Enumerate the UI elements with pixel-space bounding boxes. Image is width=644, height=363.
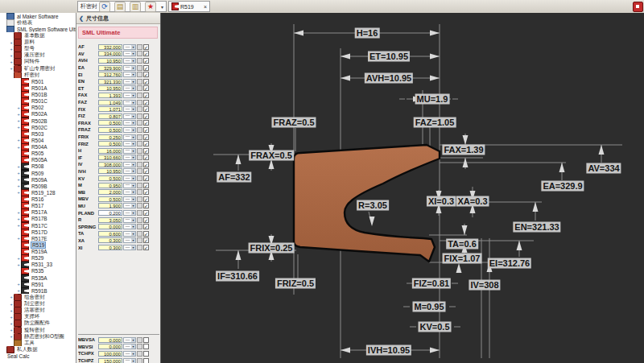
- param-checkbox[interactable]: ✓: [143, 162, 149, 167]
- tree-item[interactable]: +防尘圈配件: [0, 320, 76, 327]
- tab-r519[interactable]: R519 ×: [168, 1, 210, 12]
- tree-item[interactable]: +R504A: [0, 144, 76, 151]
- param-unit-combo[interactable]: —▾: [123, 237, 136, 243]
- tree-item[interactable]: SML System Software Ultimate: [0, 26, 76, 32]
- tree-item[interactable]: +R591: [0, 281, 76, 287]
- param-unit-combo[interactable]: —▾: [123, 337, 136, 343]
- chevron-down-icon[interactable]: ▾: [131, 184, 135, 188]
- param-options-button[interactable]: [137, 224, 142, 229]
- param-options-button[interactable]: [137, 210, 142, 216]
- param-value-input[interactable]: 0.200: [98, 210, 122, 216]
- param-unit-combo[interactable]: —▾: [123, 162, 136, 167]
- tree-expander[interactable]: +: [16, 125, 21, 130]
- tree-item[interactable]: +刮尘密封: [0, 301, 76, 307]
- tree-item[interactable]: +型号: [0, 46, 76, 52]
- param-options-button[interactable]: [137, 189, 142, 195]
- param-value-input[interactable]: 0.300: [98, 245, 122, 250]
- chevron-down-icon[interactable]: ▾: [131, 225, 135, 229]
- param-options-button[interactable]: [137, 72, 142, 77]
- param-options-button[interactable]: [137, 358, 142, 363]
- param-value-input[interactable]: 0.500: [98, 196, 122, 202]
- param-value-input[interactable]: 0.500: [98, 120, 122, 126]
- param-options-button[interactable]: [137, 100, 142, 105]
- tree-item[interactable]: 价格表: [0, 19, 76, 26]
- chevron-down-icon[interactable]: ▾: [131, 93, 135, 97]
- param-checkbox[interactable]: ✓: [143, 237, 149, 243]
- param-options-button[interactable]: [137, 58, 142, 64]
- param-unit-combo[interactable]: —▾: [123, 44, 136, 50]
- chevron-down-icon[interactable]: ▾: [131, 135, 135, 139]
- param-value-input[interactable]: 0.500: [98, 175, 122, 181]
- chevron-down-icon[interactable]: ▾: [131, 107, 135, 111]
- chevron-down-icon[interactable]: ▾: [131, 359, 135, 363]
- param-checkbox[interactable]: [143, 337, 149, 343]
- param-value-input[interactable]: 0.500: [98, 127, 122, 133]
- param-unit-combo[interactable]: —▾: [123, 72, 136, 77]
- tree-expander[interactable]: +: [16, 105, 21, 110]
- param-checkbox[interactable]: [143, 344, 149, 349]
- chevron-down-icon[interactable]: ▾: [131, 190, 135, 194]
- param-value-input[interactable]: 329.900: [98, 65, 122, 71]
- param-unit-combo[interactable]: —▾: [123, 196, 136, 202]
- param-value-input[interactable]: 2.000: [98, 189, 122, 195]
- param-options-button[interactable]: [137, 148, 142, 154]
- tree-item[interactable]: +R517B: [0, 216, 76, 222]
- param-options-button[interactable]: [137, 120, 142, 126]
- chevron-down-icon[interactable]: ▾: [131, 72, 135, 76]
- chevron-down-icon[interactable]: ▾: [161, 4, 163, 10]
- tree-item[interactable]: +R502: [0, 105, 76, 111]
- param-checkbox[interactable]: ✓: [143, 134, 149, 140]
- tree-expander[interactable]: +: [16, 145, 21, 150]
- param-options-button[interactable]: [137, 337, 142, 343]
- param-unit-combo[interactable]: —▾: [123, 141, 136, 146]
- param-unit-combo[interactable]: —▾: [123, 189, 136, 195]
- tree-item[interactable]: 工具: [0, 340, 76, 346]
- param-options-button[interactable]: [137, 127, 142, 133]
- param-unit-combo[interactable]: —▾: [123, 127, 136, 133]
- tree-item[interactable]: R517: [0, 203, 76, 209]
- back-chevron-icon[interactable]: ❮: [79, 15, 84, 22]
- param-checkbox[interactable]: ✓: [143, 79, 149, 85]
- param-options-button[interactable]: [137, 51, 142, 56]
- param-unit-combo[interactable]: —▾: [123, 168, 136, 174]
- param-value-input[interactable]: 312.760: [98, 72, 122, 77]
- param-options-button[interactable]: [137, 134, 142, 140]
- param-options-button[interactable]: [137, 237, 142, 243]
- tree-expander[interactable]: +: [16, 112, 21, 117]
- tree-item[interactable]: +R517E: [0, 235, 76, 241]
- tree-item[interactable]: R517D: [0, 229, 76, 235]
- tree-expander[interactable]: +: [16, 177, 21, 182]
- param-value-input[interactable]: 10.950: [98, 85, 122, 91]
- param-value-input[interactable]: 1.900: [98, 203, 122, 208]
- import-folder-icon[interactable]: ▥: [130, 2, 141, 12]
- param-value-input[interactable]: 16.000: [98, 148, 122, 154]
- tree-expander[interactable]: +: [16, 210, 21, 215]
- chevron-down-icon[interactable]: ▾: [131, 52, 135, 56]
- param-checkbox[interactable]: ✓: [143, 245, 149, 250]
- chevron-down-icon[interactable]: ▾: [131, 128, 135, 132]
- chevron-down-icon[interactable]: ▾: [131, 197, 135, 201]
- param-checkbox[interactable]: ✓: [143, 72, 149, 77]
- tree-item[interactable]: +支撑环: [0, 314, 76, 320]
- chevron-down-icon[interactable]: ▾: [131, 142, 135, 146]
- drawing-canvas[interactable]: H=16ET=10.95AVH=10.95MU=1.9FRAZ=0.5FAZ=1…: [161, 13, 644, 363]
- tree-expander[interactable]: +: [16, 118, 21, 123]
- param-unit-combo[interactable]: —▾: [123, 344, 136, 349]
- tree-expander[interactable]: +: [16, 184, 21, 188]
- param-value-input[interactable]: 0.250: [98, 134, 122, 140]
- tree-expander[interactable]: +: [16, 171, 21, 175]
- chevron-down-icon[interactable]: ▾: [131, 204, 135, 208]
- tree-expander[interactable]: +: [16, 217, 21, 221]
- tree-item[interactable]: 杆密封: [0, 72, 76, 78]
- param-options-button[interactable]: [137, 183, 142, 188]
- param-checkbox[interactable]: [143, 358, 149, 363]
- param-value-input[interactable]: 1.049: [98, 100, 122, 105]
- param-checkbox[interactable]: ✓: [143, 224, 149, 229]
- param-unit-combo[interactable]: —▾: [123, 183, 136, 188]
- chevron-down-icon[interactable]: ▾: [131, 45, 135, 49]
- chevron-down-icon[interactable]: ▾: [131, 155, 135, 159]
- param-unit-combo[interactable]: —▾: [123, 148, 136, 154]
- param-value-input[interactable]: 1.393: [98, 93, 122, 98]
- param-value-input[interactable]: 321.330: [98, 79, 122, 85]
- tree-item[interactable]: +R504: [0, 137, 76, 143]
